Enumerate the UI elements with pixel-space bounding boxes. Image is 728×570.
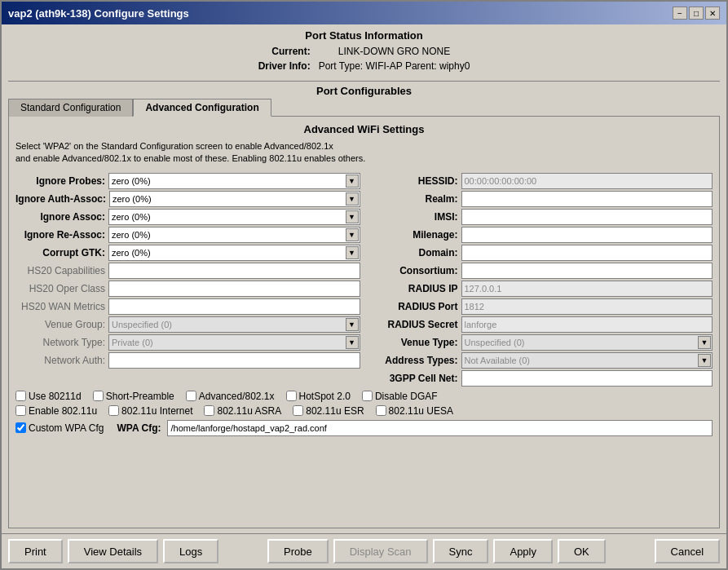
venue-group-select[interactable]: Unspecified (0) — [108, 316, 360, 333]
view-details-button[interactable]: View Details — [68, 539, 158, 563]
title-bar: vap2 (ath9k-138) Configure Settings − □ … — [2, 2, 726, 24]
corrupt-gtk-select-wrap: zero (0%)one (1%) ▼ — [108, 245, 360, 261]
ok-button[interactable]: OK — [558, 539, 606, 563]
advanced-8021x-checkbox[interactable]: Advanced/802.1x — [186, 391, 275, 402]
tab-standard[interactable]: Standard Configuration — [8, 99, 133, 117]
radius-secret-label: RADIUS Secret — [368, 319, 458, 330]
radius-port-input[interactable] — [461, 298, 713, 315]
hs20-oper-class-row: HS20 Oper Class — [15, 280, 360, 298]
consortium-label: Consortium: — [368, 265, 458, 276]
custom-wpa-checkbox[interactable]: Custom WPA Cfg — [15, 422, 104, 434]
sync-button[interactable]: Sync — [433, 539, 489, 563]
custom-wpa-label: Custom WPA Cfg — [29, 422, 104, 434]
radius-port-label: RADIUS Port — [368, 301, 458, 312]
network-type-select-wrap: Private (0) ▼ — [108, 334, 360, 351]
ignore-probes-row: Ignore Probes: zero (0%)one (1%)five (5%… — [15, 172, 360, 190]
advanced-config-panel: Advanced WiFi Settings Select 'WPA2' on … — [8, 116, 720, 528]
advanced-8021x-check[interactable] — [186, 391, 196, 401]
hessid-input[interactable] — [461, 173, 713, 189]
hs20-oper-class-input[interactable] — [108, 281, 360, 297]
use-80211d-check[interactable] — [15, 391, 26, 401]
venue-group-label: Venue Group: — [15, 319, 105, 330]
radius-ip-label: RADIUS IP — [368, 283, 458, 294]
domain-input[interactable] — [461, 245, 713, 261]
gpp-cell-net-input[interactable] — [461, 370, 713, 387]
hotspot-20-check[interactable] — [286, 391, 297, 401]
hotspot-20-checkbox[interactable]: HotSpot 2.0 — [286, 391, 351, 402]
80211u-esr-checkbox[interactable]: 802.11u ESR — [293, 405, 364, 417]
close-button[interactable]: ✕ — [705, 7, 720, 20]
ignore-auth-assoc-label: Ignore Auth-Assoc: — [15, 193, 106, 205]
hs20-capabilities-label: HS20 Capabilities — [15, 265, 105, 276]
corrupt-gtk-row: Corrupt GTK: zero (0%)one (1%) ▼ — [15, 244, 360, 262]
apply-button[interactable]: Apply — [493, 539, 553, 563]
address-types-select[interactable]: Not Available (0) — [461, 352, 713, 369]
domain-label: Domain: — [368, 247, 458, 258]
wpa-cfg-input[interactable] — [167, 420, 713, 436]
short-preamble-checkbox[interactable]: Short-Preamble — [93, 391, 174, 402]
enable-80211u-check[interactable] — [15, 405, 26, 416]
ignore-assoc-select[interactable]: zero (0%)one (1%) — [108, 209, 360, 225]
minimize-button[interactable]: − — [673, 7, 687, 20]
logs-button[interactable]: Logs — [163, 539, 218, 563]
checkbox-row-1: Use 80211d Short-Preamble Advanced/802.1… — [15, 391, 713, 402]
80211u-asra-check[interactable] — [204, 405, 214, 416]
hs20-capabilities-row: HS20 Capabilities — [15, 262, 360, 280]
80211u-asra-checkbox[interactable]: 802.11u ASRA — [204, 405, 281, 417]
milenage-row: Milenage: — [368, 226, 713, 244]
realm-input[interactable] — [461, 191, 713, 207]
80211u-internet-checkbox[interactable]: 802.11u Internet — [108, 405, 192, 417]
disable-dgaf-check[interactable] — [362, 391, 373, 401]
address-types-label: Address Types: — [368, 355, 458, 366]
80211u-uesa-checkbox[interactable]: 802.11u UESA — [376, 405, 453, 417]
venue-type-row: Venue Type: Unspecified (0) ▼ — [368, 334, 713, 351]
ignore-probes-select-wrap: zero (0%)one (1%)five (5%) ▼ — [108, 173, 360, 189]
milenage-input[interactable] — [461, 227, 713, 243]
ignore-reassoc-select[interactable]: zero (0%)one (1%) — [108, 227, 360, 243]
network-type-select[interactable]: Private (0) — [108, 334, 360, 351]
hs20-wan-metrics-input[interactable] — [108, 298, 360, 315]
checkbox-row-2: Enable 802.11u 802.11u Internet 802.11u … — [15, 405, 713, 417]
radius-ip-input[interactable] — [461, 281, 713, 297]
80211u-internet-check[interactable] — [108, 405, 119, 416]
tab-bar: Standard Configuration Advanced Configur… — [8, 99, 720, 117]
domain-row: Domain: — [368, 244, 713, 262]
radius-port-row: RADIUS Port — [368, 298, 713, 316]
driver-label: Driver Info: — [255, 60, 314, 73]
custom-wpa-check[interactable] — [15, 422, 26, 433]
consortium-row: Consortium: — [368, 262, 713, 280]
ignore-probes-select[interactable]: zero (0%)one (1%)five (5%) — [108, 173, 360, 189]
probe-button[interactable]: Probe — [267, 539, 329, 563]
ignore-auth-assoc-select[interactable]: zero (0%)one (1%) — [109, 191, 360, 207]
tab-advanced[interactable]: Advanced Configuration — [133, 99, 271, 117]
disable-dgaf-checkbox[interactable]: Disable DGAF — [362, 391, 438, 402]
corrupt-gtk-select[interactable]: zero (0%)one (1%) — [108, 245, 360, 261]
content-area: Port Status Information Current: LINK-DO… — [2, 24, 726, 533]
ignore-reassoc-row: Ignore Re-Assoc: zero (0%)one (1%) ▼ — [15, 226, 360, 244]
80211u-uesa-check[interactable] — [376, 405, 386, 416]
venue-type-label: Venue Type: — [368, 337, 458, 348]
bottom-bar: Print View Details Logs Probe Display Sc… — [2, 533, 726, 568]
80211u-esr-check[interactable] — [293, 405, 303, 416]
print-button[interactable]: Print — [8, 539, 63, 563]
display-scan-button[interactable]: Display Scan — [333, 539, 428, 563]
consortium-input[interactable] — [461, 263, 713, 279]
gpp-cell-net-label: 3GPP Cell Net: — [368, 373, 458, 384]
network-auth-input[interactable] — [108, 352, 360, 369]
enable-80211u-checkbox[interactable]: Enable 802.11u — [15, 405, 97, 417]
short-preamble-check[interactable] — [93, 391, 104, 401]
window-title: vap2 (ath9k-138) Configure Settings — [8, 7, 189, 20]
hs20-oper-class-label: HS20 Oper Class — [15, 283, 105, 294]
venue-type-select[interactable]: Unspecified (0) — [461, 334, 713, 351]
imsi-row: IMSI: — [368, 208, 713, 226]
port-status-section: Port Status Information Current: LINK-DO… — [8, 29, 720, 74]
maximize-button[interactable]: □ — [689, 7, 704, 20]
ignore-assoc-label: Ignore Assoc: — [15, 211, 105, 223]
radius-secret-input[interactable] — [461, 316, 713, 333]
ignore-auth-assoc-select-wrap: zero (0%)one (1%) ▼ — [109, 191, 360, 207]
hs20-capabilities-input[interactable] — [108, 263, 360, 279]
form-columns: Ignore Probes: zero (0%)one (1%)five (5%… — [15, 172, 713, 387]
imsi-input[interactable] — [461, 209, 713, 225]
use-80211d-checkbox[interactable]: Use 80211d — [15, 391, 82, 402]
cancel-button[interactable]: Cancel — [655, 539, 720, 563]
